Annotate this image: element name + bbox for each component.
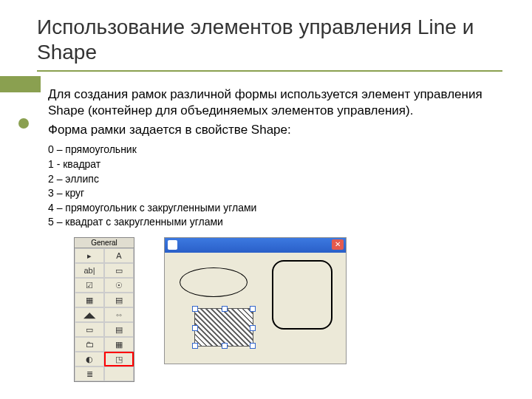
tool-label-icon[interactable]: A [104,248,134,263]
list-item: 2 – эллипс [48,172,502,187]
resize-handle-icon[interactable] [192,325,198,331]
shape-pattern-rect[interactable] [194,308,253,347]
tool-shape-icon[interactable]: ◳ [104,352,134,366]
tool-pointer-icon[interactable]: ▸ [75,248,104,263]
system-icon [168,240,177,250]
resize-handle-icon[interactable] [250,343,256,349]
tool-frame-icon[interactable]: ▭ [104,263,134,278]
shape-rounded-rect [272,260,332,330]
tool-combobox-icon[interactable]: ▦ [75,293,104,307]
list-item: 4 – прямоугольник с закругленными углами [48,201,502,216]
title-area: Использование элементов управления Line … [37,15,502,72]
tool-empty [104,366,134,381]
shape-ellipse [180,267,248,297]
resize-handle-icon[interactable] [192,343,198,349]
list-item: 0 – прямоугольник [48,143,502,157]
toolbox-header: General [75,238,134,248]
tool-grid: ▸ A ab| ▭ ☑ ☉ ▦ ▤ ◢◣ ◦◦ ▭ ▤ 🗀 ▦ ◐ ◳ ≣ [75,248,134,381]
tool-dir-icon[interactable]: 🗀 [75,337,104,352]
tool-option-icon[interactable]: ☉ [104,278,134,293]
list-item: 5 – квадрат с закругленными углами [48,215,502,230]
form-preview: ✕ [164,237,347,364]
tool-listbox-icon[interactable]: ▤ [104,293,134,307]
tool-vscroll-icon[interactable]: ◦◦ [104,307,134,322]
tool-data-icon[interactable]: ≣ [75,366,104,381]
tool-hscroll-icon[interactable]: ◢◣ [75,307,104,322]
vb-toolbox: General ▸ A ab| ▭ ☑ ☉ ▦ ▤ ◢◣ ◦◦ ▭ ▤ 🗀 ▦ … [74,237,134,382]
list-item: 3 – круг [48,186,502,201]
window-titlebar: ✕ [165,238,346,253]
tool-drive-icon[interactable]: ▤ [104,322,134,337]
tool-file-icon[interactable]: ▦ [104,337,134,352]
paragraph-2: Форма рамки задается в свойстве Shape: [48,122,502,138]
resize-handle-icon[interactable] [250,306,256,312]
accent-bar [0,76,41,92]
resize-handle-icon[interactable] [222,343,228,349]
list-item: 1 - квадрат [48,157,502,172]
tool-textbox-icon[interactable]: ab| [75,263,104,278]
slide-title: Использование элементов управления Line … [37,15,502,64]
illustration-row: General ▸ A ab| ▭ ☑ ☉ ▦ ▤ ◢◣ ◦◦ ▭ ▤ 🗀 ▦ … [74,237,502,382]
tool-checkbox-icon[interactable]: ☑ [75,278,104,293]
paragraph-1: Для создания рамок различной формы испол… [48,86,502,119]
tool-line-icon[interactable]: ◐ [75,352,104,366]
tool-timer-icon[interactable]: ▭ [75,322,104,337]
close-icon[interactable]: ✕ [332,239,344,250]
resize-handle-icon[interactable] [222,306,228,312]
shape-values-list: 0 – прямоугольник 1 - квадрат 2 – эллипс… [48,143,502,230]
resize-handle-icon[interactable] [192,306,198,312]
resize-handle-icon[interactable] [250,325,256,331]
bullet-dot-icon [18,118,29,129]
